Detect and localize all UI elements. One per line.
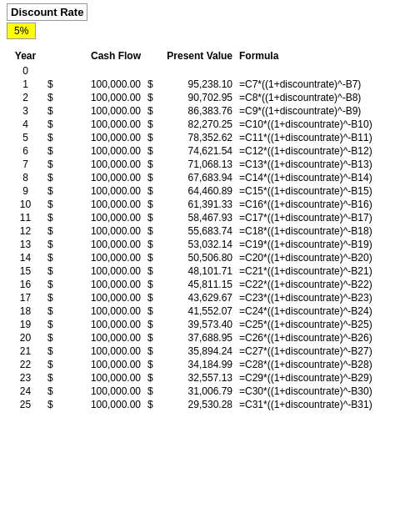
cell-formula: =C27*((1+discountrate)^-B27) bbox=[236, 344, 413, 358]
cell-year: 10 bbox=[7, 198, 44, 211]
cell-year: 5 bbox=[7, 131, 44, 144]
cell-pv: $64,460.89 bbox=[144, 184, 236, 198]
cell-cashflow: $100,000.00 bbox=[44, 304, 144, 318]
cell-pv: $41,552.07 bbox=[144, 304, 236, 318]
cell-pv: $58,467.93 bbox=[144, 211, 236, 224]
cell-pv: $90,702.95 bbox=[144, 91, 236, 104]
cell-pv: $43,629.67 bbox=[144, 291, 236, 304]
cell-pv: $37,688.95 bbox=[144, 331, 236, 344]
table-row: 1$100,000.00$95,238.10=C7*((1+discountra… bbox=[7, 78, 413, 91]
cell-year: 11 bbox=[7, 211, 44, 224]
cell-year: 25 bbox=[7, 398, 44, 411]
cell-formula: =C15*((1+discountrate)^-B15) bbox=[236, 184, 413, 198]
cell-year: 4 bbox=[7, 118, 44, 131]
cell-formula: =C21*((1+discountrate)^-B21) bbox=[236, 264, 413, 278]
cell-pv: $61,391.33 bbox=[144, 198, 236, 211]
cell-pv: $86,383.76 bbox=[144, 104, 236, 118]
cell-formula: =C25*((1+discountrate)^-B25) bbox=[236, 318, 413, 331]
cell-pv: $67,683.94 bbox=[144, 171, 236, 184]
cell-formula: =C13*((1+discountrate)^-B13) bbox=[236, 158, 413, 171]
cell-year: 14 bbox=[7, 251, 44, 264]
discount-label: Discount Rate bbox=[7, 3, 88, 21]
table-row: 5$100,000.00$78,352.62=C11*((1+discountr… bbox=[7, 131, 413, 144]
table-row: 3$100,000.00$86,383.76=C9*((1+discountra… bbox=[7, 104, 413, 118]
table-row: 2$100,000.00$90,702.95=C8*((1+discountra… bbox=[7, 91, 413, 104]
cell-year: 2 bbox=[7, 91, 44, 104]
table-row: 23$100,000.00$32,557.13=C29*((1+discount… bbox=[7, 371, 413, 385]
table-row: 6$100,000.00$74,621.54=C12*((1+discountr… bbox=[7, 144, 413, 158]
cell-formula bbox=[236, 64, 413, 78]
cell-pv: $78,352.62 bbox=[144, 131, 236, 144]
cell-year: 3 bbox=[7, 104, 44, 118]
cell-cashflow: $100,000.00 bbox=[44, 91, 144, 104]
cell-formula: =C26*((1+discountrate)^-B26) bbox=[236, 331, 413, 344]
cell-year: 17 bbox=[7, 291, 44, 304]
cell-cashflow: $100,000.00 bbox=[44, 264, 144, 278]
cell-formula: =C20*((1+discountrate)^-B20) bbox=[236, 251, 413, 264]
cell-pv: $32,557.13 bbox=[144, 371, 236, 385]
cell-cashflow: $100,000.00 bbox=[44, 398, 144, 411]
cell-formula: =C17*((1+discountrate)^-B17) bbox=[236, 211, 413, 224]
cell-year: 0 bbox=[7, 64, 44, 78]
cell-pv bbox=[144, 64, 236, 78]
table-row: 16$100,000.00$45,811.15=C22*((1+discount… bbox=[7, 278, 413, 291]
cell-year: 19 bbox=[7, 318, 44, 331]
cell-pv: $29,530.28 bbox=[144, 398, 236, 411]
cell-year: 16 bbox=[7, 278, 44, 291]
cell-formula: =C31*((1+discountrate)^-B31) bbox=[236, 398, 413, 411]
cell-cashflow: $100,000.00 bbox=[44, 198, 144, 211]
table-row: 17$100,000.00$43,629.67=C23*((1+discount… bbox=[7, 291, 413, 304]
discount-section: Discount Rate 5% bbox=[7, 3, 413, 49]
cell-year: 8 bbox=[7, 171, 44, 184]
table-row: 4$100,000.00$82,270.25=C10*((1+discountr… bbox=[7, 118, 413, 131]
header-formula: Formula bbox=[236, 49, 413, 64]
cell-pv: $34,184.99 bbox=[144, 358, 236, 371]
cell-formula: =C29*((1+discountrate)^-B29) bbox=[236, 371, 413, 385]
cell-pv: $74,621.54 bbox=[144, 144, 236, 158]
cell-pv: $35,894.24 bbox=[144, 344, 236, 358]
cell-formula: =C8*((1+discountrate)^-B8) bbox=[236, 91, 413, 104]
cell-formula: =C12*((1+discountrate)^-B12) bbox=[236, 144, 413, 158]
cell-formula: =C18*((1+discountrate)^-B18) bbox=[236, 224, 413, 238]
table-row: 18$100,000.00$41,552.07=C24*((1+discount… bbox=[7, 304, 413, 318]
discount-value[interactable]: 5% bbox=[7, 23, 36, 39]
cell-pv: $71,068.13 bbox=[144, 158, 236, 171]
cell-cashflow: $100,000.00 bbox=[44, 358, 144, 371]
cell-pv: $39,573.40 bbox=[144, 318, 236, 331]
table-row: 14$100,000.00$50,506.80=C20*((1+discount… bbox=[7, 251, 413, 264]
cell-pv: $53,032.14 bbox=[144, 238, 236, 251]
cell-cashflow: $100,000.00 bbox=[44, 184, 144, 198]
cell-formula: =C10*((1+discountrate)^-B10) bbox=[236, 118, 413, 131]
cell-cashflow: $100,000.00 bbox=[44, 318, 144, 331]
table-header: Year Cash Flow Present Value Formula bbox=[7, 49, 413, 64]
cell-pv: $45,811.15 bbox=[144, 278, 236, 291]
header-cashflow: Cash Flow bbox=[44, 49, 144, 64]
cell-year: 18 bbox=[7, 304, 44, 318]
cell-cashflow: $100,000.00 bbox=[44, 291, 144, 304]
cell-cashflow: $100,000.00 bbox=[44, 331, 144, 344]
cell-cashflow: $100,000.00 bbox=[44, 251, 144, 264]
cell-cashflow: $100,000.00 bbox=[44, 224, 144, 238]
header-pv: Present Value bbox=[144, 49, 236, 64]
cell-formula: =C7*((1+discountrate)^-B7) bbox=[236, 78, 413, 91]
cell-cashflow: $100,000.00 bbox=[44, 371, 144, 385]
cell-cashflow: $100,000.00 bbox=[44, 131, 144, 144]
table-row: 20$100,000.00$37,688.95=C26*((1+discount… bbox=[7, 331, 413, 344]
table-row: 7$100,000.00$71,068.13=C13*((1+discountr… bbox=[7, 158, 413, 171]
table-row: 19$100,000.00$39,573.40=C25*((1+discount… bbox=[7, 318, 413, 331]
cell-formula: =C30*((1+discountrate)^-B30) bbox=[236, 385, 413, 398]
table-row: 15$100,000.00$48,101.71=C21*((1+discount… bbox=[7, 264, 413, 278]
spreadsheet-table: Year Cash Flow Present Value Formula 01$… bbox=[7, 49, 413, 411]
cell-year: 24 bbox=[7, 385, 44, 398]
header-year: Year bbox=[7, 49, 44, 64]
table-row: 25$100,000.00$29,530.28=C31*((1+discount… bbox=[7, 398, 413, 411]
cell-year: 22 bbox=[7, 358, 44, 371]
table-row: 24$100,000.00$31,006.79=C30*((1+discount… bbox=[7, 385, 413, 398]
cell-year: 20 bbox=[7, 331, 44, 344]
cell-year: 9 bbox=[7, 184, 44, 198]
cell-formula: =C23*((1+discountrate)^-B23) bbox=[236, 291, 413, 304]
cell-cashflow: $100,000.00 bbox=[44, 385, 144, 398]
cell-year: 1 bbox=[7, 78, 44, 91]
cell-formula: =C28*((1+discountrate)^-B28) bbox=[236, 358, 413, 371]
cell-cashflow: $100,000.00 bbox=[44, 158, 144, 171]
